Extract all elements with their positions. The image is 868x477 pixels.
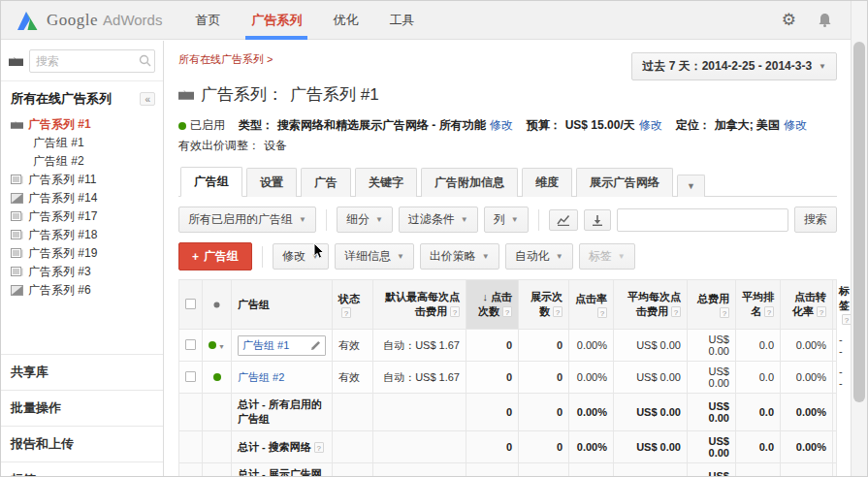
col-impressions[interactable]: 展示次数?: [519, 280, 569, 330]
scrollbar-thumb[interactable]: [853, 42, 865, 402]
chart-button[interactable]: [549, 209, 578, 231]
adwords-logo[interactable]: Google AdWords: [1, 10, 179, 31]
total-row-enabled-adgroups: 总计 - 所有启用的广告组 0 0 0.00% US$ 0.00 US$ 0.0…: [179, 394, 837, 431]
segment-dropdown[interactable]: 细分▼: [337, 207, 393, 233]
gear-icon[interactable]: ⚙: [782, 12, 796, 28]
divider: [538, 209, 539, 231]
campaign-targeting: 加拿大; 美国: [715, 117, 780, 134]
vertical-scrollbar[interactable]: [851, 1, 867, 476]
search-icon: [139, 54, 151, 67]
tree-campaign-18[interactable]: 广告系列 #18: [1, 226, 163, 244]
bid-strategy-dropdown[interactable]: 出价策略▼: [420, 243, 499, 270]
tree-adgroup-1[interactable]: 广告组 #1: [1, 134, 163, 152]
help-icon[interactable]: ?: [671, 306, 681, 317]
help-icon[interactable]: ?: [314, 442, 324, 453]
tree-campaign-6[interactable]: 广告系列 #6: [1, 281, 163, 300]
collapse-sidebar-button[interactable]: «: [140, 92, 155, 106]
tree-campaign-19[interactable]: 广告系列 #19: [1, 244, 163, 263]
col-cost[interactable]: 总费用?: [688, 280, 736, 330]
tree-campaign-14[interactable]: 广告系列 #14: [1, 189, 163, 207]
edit-targeting-link[interactable]: 修改: [784, 117, 807, 134]
adgroup-link[interactable]: 广告组 #2: [238, 371, 284, 383]
col-max-cpc[interactable]: 默认最高每次点击费用?: [373, 280, 466, 330]
add-ad-group-button[interactable]: +广告组: [178, 242, 252, 270]
col-ctr[interactable]: 点击率?: [569, 280, 614, 330]
sidebar-item-reports-uploads[interactable]: 报告和上传: [1, 426, 163, 461]
tree-campaign-17[interactable]: 广告系列 #17: [1, 207, 163, 226]
campaign-icon: [11, 267, 23, 277]
enabled-dot-icon[interactable]: [213, 373, 221, 381]
brand-adwords: AdWords: [103, 12, 162, 28]
edit-type-link[interactable]: 修改: [490, 117, 513, 134]
help-icon[interactable]: ?: [842, 314, 851, 325]
tab-ad-extensions[interactable]: 广告附加信息: [421, 168, 518, 197]
main-content: 所有在线广告系列 > 过去 7 天：2014-2-25 - 2014-3-3 ▼…: [165, 41, 851, 476]
automation-dropdown[interactable]: 自动化▼: [505, 243, 573, 270]
col-labels[interactable]: 标签?: [833, 280, 837, 330]
select-all-checkbox[interactable]: [185, 299, 196, 309]
sidebar-item-shared-library[interactable]: 共享库: [1, 354, 163, 390]
breadcrumb[interactable]: 所有在线广告系列 >: [178, 52, 273, 67]
help-icon[interactable]: ?: [597, 307, 607, 318]
columns-dropdown[interactable]: 列▼: [484, 207, 529, 233]
table-search-button[interactable]: 搜索: [794, 207, 837, 233]
row-checkbox[interactable]: [185, 339, 196, 350]
col-clicks[interactable]: ↓点击次数?: [466, 280, 519, 330]
adgroup-name-editable[interactable]: 广告组 #1: [238, 335, 326, 356]
help-icon[interactable]: ?: [764, 306, 774, 317]
tab-display-network[interactable]: 展示广告网络: [576, 168, 673, 197]
campaign-budget: US$ 15.00/天: [565, 117, 635, 134]
tree-campaign-1[interactable]: 广告系列 #1: [1, 115, 163, 134]
nav-home[interactable]: 首页: [179, 1, 236, 40]
sidebar-search-input[interactable]: [29, 49, 155, 73]
pencil-icon[interactable]: [310, 340, 321, 351]
tab-keywords[interactable]: 关键字: [355, 168, 417, 197]
enabled-dot-icon[interactable]: [209, 341, 216, 349]
campaign-icon: [11, 175, 23, 185]
filter-dropdown[interactable]: 过滤条件▼: [399, 207, 478, 233]
help-icon[interactable]: ?: [450, 306, 460, 317]
folder-open-icon: [11, 119, 23, 130]
status-dot-column-icon: [213, 302, 220, 308]
edit-budget-link[interactable]: 修改: [639, 117, 662, 134]
details-dropdown[interactable]: 详细信息▼: [335, 243, 414, 270]
chevron-down-icon: ▼: [511, 215, 519, 224]
help-icon[interactable]: ?: [720, 307, 729, 318]
download-button[interactable]: [584, 209, 611, 231]
nav-campaigns[interactable]: 广告系列: [236, 1, 317, 40]
sidebar-item-labels[interactable]: 标签: [1, 461, 163, 476]
col-status[interactable]: 状态?: [333, 280, 373, 330]
table-search-input[interactable]: [617, 208, 788, 232]
col-avg-pos[interactable]: 平均排名?: [736, 280, 781, 330]
col-avg-cpc[interactable]: 平均每次点击费用?: [614, 280, 688, 330]
tree-campaign-3[interactable]: 广告系列 #3: [1, 263, 163, 281]
row-checkbox[interactable]: [185, 371, 196, 382]
sidebar-item-bulk-operations[interactable]: 批量操作: [1, 390, 163, 426]
tab-dimensions[interactable]: 维度: [522, 168, 572, 197]
view-filter-dropdown[interactable]: 所有已启用的广告组▼: [178, 207, 316, 233]
tree-adgroup-2[interactable]: 广告组 #2: [1, 152, 163, 171]
ad-groups-table: 广告组 状态? 默认最高每次点击费用? ↓点击次数? 展示次数? 点击率? 平均…: [178, 279, 837, 476]
chevron-down-icon: ▼: [482, 252, 490, 261]
edit-dropdown[interactable]: 修改▼: [273, 243, 329, 270]
help-icon[interactable]: ?: [502, 306, 512, 317]
bell-icon[interactable]: [818, 13, 832, 28]
labels-dropdown[interactable]: 标签▼: [579, 243, 635, 270]
help-icon[interactable]: ?: [341, 307, 351, 318]
tab-ads[interactable]: 广告: [301, 168, 351, 197]
total-row-display-network: 总计 - 展示广告网络? 0 0 0.00% US$ 0.00 US$ 0.00…: [179, 463, 837, 477]
nav-tools[interactable]: 工具: [373, 1, 430, 40]
tab-settings[interactable]: 设置: [246, 168, 297, 197]
tree-campaign-11[interactable]: 广告系列 #11: [1, 171, 163, 189]
col-adgroup[interactable]: 广告组: [232, 280, 333, 330]
adgroup-link[interactable]: 广告组 #1: [242, 338, 289, 353]
campaign-status-row: 已启用 类型：搜索网络和精选展示广告网络 - 所有功能修改 预算：US$ 15.…: [178, 117, 837, 154]
nav-optimize[interactable]: 优化: [317, 1, 373, 40]
help-icon[interactable]: ?: [553, 306, 563, 317]
col-conv-rate[interactable]: 点击转化率?: [781, 280, 833, 330]
tab-more-button[interactable]: ▼: [677, 175, 705, 197]
tab-ad-groups[interactable]: 广告组: [180, 167, 242, 197]
folder-icon[interactable]: [9, 55, 23, 67]
date-range-button[interactable]: 过去 7 天：2014-2-25 - 2014-3-3 ▼: [631, 52, 837, 80]
help-icon[interactable]: ?: [817, 306, 826, 317]
